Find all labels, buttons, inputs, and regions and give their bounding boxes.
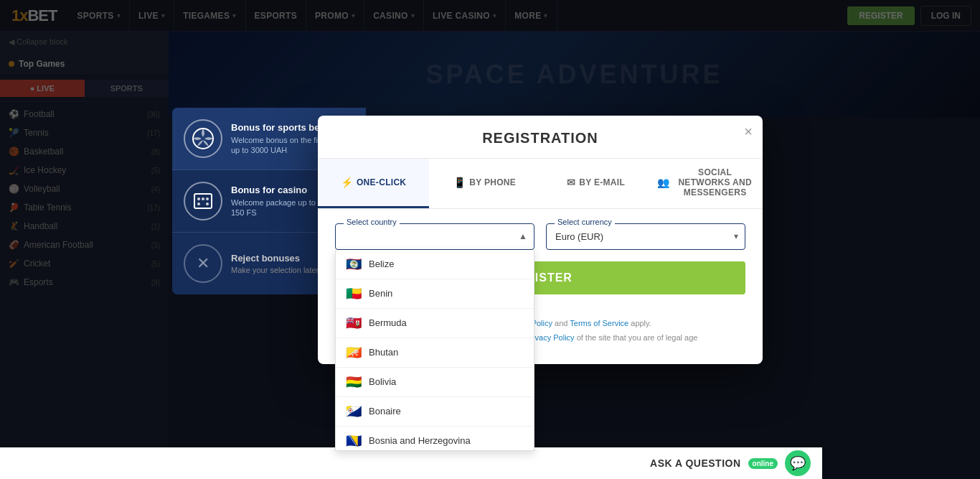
email-icon: ✉ (567, 177, 575, 188)
country-dropdown[interactable]: 🇧🇿Belize 🇧🇯Benin 🇧🇲Bermuda 🇧🇹Bhutan 🇧🇴Bo… (335, 250, 534, 451)
social-icon: 👥 (657, 177, 669, 188)
modal-title: REGISTRATION (335, 130, 745, 147)
lightning-icon: ⚡ (341, 177, 353, 188)
country-bonaire[interactable]: 🇧🇶Bonaire (336, 397, 534, 427)
tab-by-phone[interactable]: 📱 BY PHONE (429, 159, 540, 208)
currency-select[interactable]: Euro (EUR) (546, 223, 745, 250)
phone-icon: 📱 (453, 177, 466, 188)
country-select[interactable] (335, 223, 534, 250)
modal-overlay: REGISTRATION × ⚡ ONE-CLICK 📱 BY PHONE ✉ … (0, 0, 980, 479)
country-bosnia[interactable]: 🇧🇦Bosnia and Herzegovina (336, 427, 534, 451)
currency-group: Select currency Euro (EUR) ▾ (546, 223, 745, 250)
modal-body: Select country ▲ 🇧🇿Belize 🇧🇯Benin 🇧🇲Berm… (318, 209, 763, 317)
form-row-country-currency: Select country ▲ 🇧🇿Belize 🇧🇯Benin 🇧🇲Berm… (335, 223, 745, 250)
country-group: Select country ▲ 🇧🇿Belize 🇧🇯Benin 🇧🇲Berm… (335, 223, 534, 250)
tab-social[interactable]: 👥 SOCIAL NETWORKS AND MESSENGERS (651, 159, 763, 208)
currency-label: Select currency (555, 218, 615, 226)
modal-tabs: ⚡ ONE-CLICK 📱 BY PHONE ✉ BY E-MAIL 👥 SOC… (318, 159, 763, 209)
terms-of-service-link[interactable]: Terms of Service (570, 319, 628, 327)
country-belize[interactable]: 🇧🇿Belize (336, 250, 534, 279)
modal-close-button[interactable]: × (744, 124, 753, 139)
country-benin[interactable]: 🇧🇯Benin (336, 279, 534, 309)
country-bermuda[interactable]: 🇧🇲Bermuda (336, 309, 534, 338)
modal-header: REGISTRATION × (318, 116, 763, 159)
country-bolivia[interactable]: 🇧🇴Bolivia (336, 368, 534, 397)
country-bhutan[interactable]: 🇧🇹Bhutan (336, 338, 534, 368)
country-label: Select country (344, 218, 400, 226)
tab-one-click[interactable]: ⚡ ONE-CLICK (318, 159, 429, 208)
tab-by-email[interactable]: ✉ BY E-MAIL (540, 159, 651, 208)
registration-modal: REGISTRATION × ⚡ ONE-CLICK 📱 BY PHONE ✉ … (318, 116, 763, 364)
